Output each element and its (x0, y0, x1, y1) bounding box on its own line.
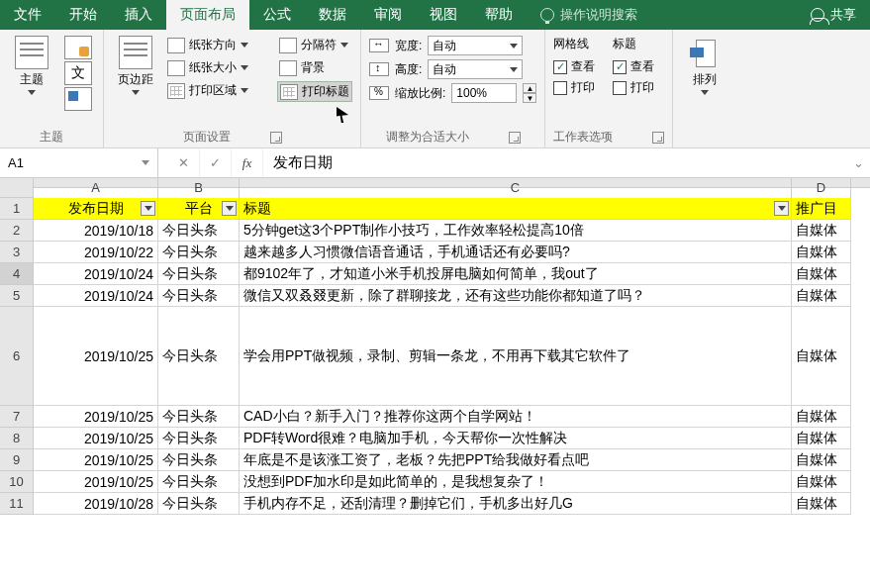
row-header-1[interactable]: 1 (0, 198, 34, 220)
cell-date[interactable]: 2019/10/24 (34, 263, 158, 285)
cell-date[interactable]: 2019/10/22 (34, 242, 158, 263)
cell-promo[interactable]: 自媒体 (792, 406, 851, 428)
gridlines-view-checkbox[interactable]: ✓查看 (553, 58, 595, 75)
header-cell-title[interactable]: 标题 (240, 198, 792, 220)
print-titles-button[interactable]: 打印标题 (277, 81, 352, 102)
headings-view-checkbox[interactable]: ✓查看 (613, 58, 654, 75)
cell-platform[interactable]: 今日头条 (158, 471, 240, 493)
sheet-options-dialog-launcher[interactable] (652, 132, 664, 144)
header-cell-promo[interactable]: 推广目 (792, 198, 851, 220)
tab-home[interactable]: 开始 (55, 0, 111, 30)
cell-date[interactable]: 2019/10/25 (34, 471, 158, 493)
cell-platform[interactable]: 今日头条 (158, 263, 240, 285)
filter-button[interactable] (222, 201, 237, 216)
column-header-B[interactable]: B (158, 178, 240, 198)
cell-platform[interactable]: 今日头条 (158, 449, 240, 471)
tab-review[interactable]: 审阅 (360, 0, 416, 30)
cell-date[interactable]: 2019/10/25 (34, 428, 158, 449)
cell-title[interactable]: 年底是不是该涨工资了，老板？先把PPT给我做好看点吧 (240, 449, 792, 471)
select-all-button[interactable] (0, 178, 34, 198)
column-header-C[interactable]: C (240, 178, 792, 198)
cell-promo[interactable]: 自媒体 (792, 285, 851, 307)
cell-promo[interactable]: 自媒体 (792, 263, 851, 285)
cell-date[interactable]: 2019/10/28 (34, 493, 158, 515)
cell-promo[interactable]: 自媒体 (792, 242, 851, 263)
scale-dialog-launcher[interactable] (509, 132, 521, 144)
cell-platform[interactable]: 今日头条 (158, 285, 240, 307)
insert-function-button[interactable]: fx (232, 148, 263, 177)
cell-title[interactable]: 微信又双叒叕更新，除了群聊接龙，还有这些功能你都知道了吗？ (240, 285, 792, 307)
tell-me-search[interactable]: 操作说明搜索 (527, 0, 651, 30)
cell-date[interactable]: 2019/10/24 (34, 285, 158, 307)
height-select[interactable]: 自动 (428, 59, 523, 79)
theme-colors-button[interactable] (64, 36, 92, 59)
cell-title[interactable]: 都9102年了，才知道小米手机投屏电脑如何简单，我out了 (240, 263, 792, 285)
row-header[interactable]: 9 (0, 449, 34, 471)
tab-insert[interactable]: 插入 (111, 0, 166, 30)
row-header[interactable]: 8 (0, 428, 34, 449)
row-header[interactable]: 2 (0, 220, 34, 242)
background-button[interactable]: 背景 (277, 58, 352, 77)
row-header[interactable]: 10 (0, 471, 34, 493)
cell-title[interactable]: 手机内存不足，还刮清理？删掉它们，手机多出好几G (240, 493, 792, 515)
formula-enter-button[interactable]: ✓ (200, 148, 232, 177)
cell-promo[interactable]: 自媒体 (792, 493, 851, 515)
width-select[interactable]: 自动 (428, 36, 523, 55)
tab-data[interactable]: 数据 (305, 0, 360, 30)
print-area-button[interactable]: 打印区域 (165, 81, 271, 100)
formula-cancel-button[interactable]: ✕ (168, 148, 200, 177)
cell-platform[interactable]: 今日头条 (158, 220, 240, 242)
themes-button[interactable]: 主题 (8, 36, 55, 111)
column-header-D[interactable]: D (792, 178, 851, 198)
cell-promo[interactable]: 自媒体 (792, 428, 851, 449)
row-header[interactable]: 7 (0, 406, 34, 428)
filter-button[interactable] (774, 201, 789, 216)
headings-print-checkbox[interactable]: 打印 (613, 79, 654, 96)
orientation-button[interactable]: 纸张方向 (165, 36, 271, 54)
cell-date[interactable]: 2019/10/25 (34, 406, 158, 428)
cell-title[interactable]: 学会用PPT做视频，录制、剪辑一条龙，不用再下载其它软件了 (240, 307, 792, 406)
scale-down-button[interactable]: ▼ (523, 93, 536, 103)
breaks-button[interactable]: 分隔符 (277, 36, 352, 54)
share-button[interactable]: 共享 (797, 0, 870, 30)
scale-input[interactable]: 100% (451, 83, 517, 103)
cell-platform[interactable]: 今日头条 (158, 307, 240, 406)
cell-date[interactable]: 2019/10/25 (34, 449, 158, 471)
arrange-button[interactable]: 排列 (681, 36, 728, 95)
row-header[interactable]: 3 (0, 242, 34, 263)
formula-input[interactable]: 发布日期 (263, 148, 846, 177)
size-button[interactable]: 纸张大小 (165, 58, 271, 77)
row-header[interactable]: 5 (0, 285, 34, 307)
row-header[interactable]: 11 (0, 493, 34, 515)
cell-date[interactable]: 2019/10/25 (34, 307, 158, 406)
header-cell-platform[interactable]: 平台 (158, 198, 240, 220)
margins-button[interactable]: 页边距 (112, 36, 159, 102)
gridlines-print-checkbox[interactable]: 打印 (553, 79, 595, 96)
cell-promo[interactable]: 自媒体 (792, 471, 851, 493)
cell-title[interactable]: 5分钟get这3个PPT制作小技巧，工作效率轻松提高10倍 (240, 220, 792, 242)
scale-up-button[interactable]: ▲ (523, 83, 536, 93)
name-box[interactable]: A1 (0, 148, 158, 177)
tab-help[interactable]: 帮助 (471, 0, 527, 30)
tab-file[interactable]: 文件 (0, 0, 55, 30)
cell-platform[interactable]: 今日头条 (158, 493, 240, 515)
tab-view[interactable]: 视图 (416, 0, 471, 30)
formula-expand-button[interactable]: ⌄ (846, 148, 870, 177)
tab-page-layout[interactable]: 页面布局 (166, 0, 249, 30)
cell-promo[interactable]: 自媒体 (792, 449, 851, 471)
cell-platform[interactable]: 今日头条 (158, 406, 240, 428)
cell-platform[interactable]: 今日头条 (158, 242, 240, 263)
filter-button[interactable] (141, 201, 155, 216)
column-header-A[interactable]: A (34, 178, 158, 198)
header-cell-date[interactable]: 发布日期 (34, 198, 158, 220)
theme-effects-button[interactable] (64, 87, 92, 111)
cell-promo[interactable]: 自媒体 (792, 307, 851, 406)
theme-fonts-button[interactable]: 文 (64, 61, 92, 85)
cell-promo[interactable]: 自媒体 (792, 220, 851, 242)
row-header[interactable]: 4 (0, 263, 34, 285)
cell-title[interactable]: CAD小白？新手入门？推荐你这两个自学网站！ (240, 406, 792, 428)
row-header[interactable]: 6 (0, 307, 34, 406)
cell-title[interactable]: 越来越多人习惯微信语音通话，手机通话还有必要吗? (240, 242, 792, 263)
cell-title[interactable]: 没想到PDF加水印是如此简单的，是我想复杂了！ (240, 471, 792, 493)
cell-title[interactable]: PDF转Word很难？电脑加手机，今天帮你一次性解决 (240, 428, 792, 449)
